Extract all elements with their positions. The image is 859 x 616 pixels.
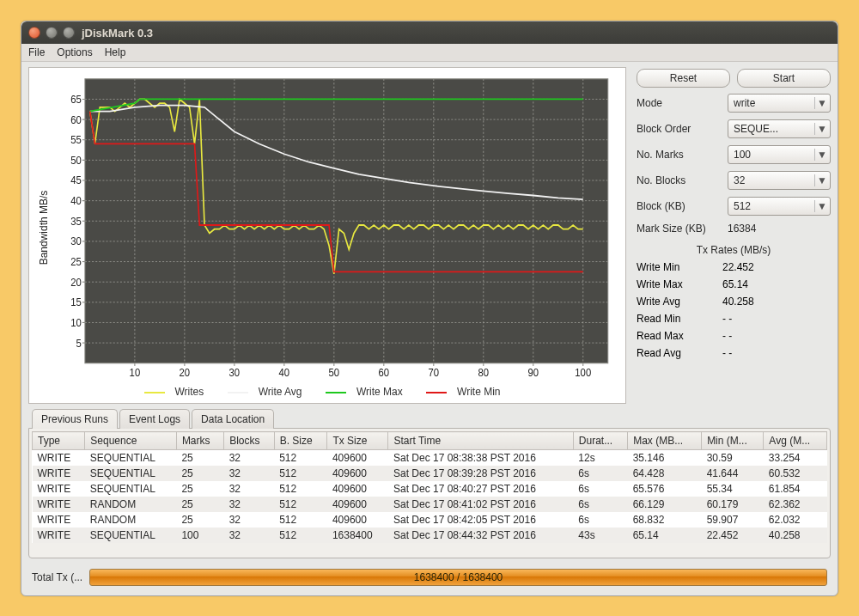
blockkb-select[interactable]: 512▼ [728, 197, 831, 216]
table-row[interactable]: WRITERANDOM2532512409600Sat Dec 17 08:42… [33, 512, 827, 528]
table-cell: 60.532 [764, 466, 827, 481]
svg-text:55: 55 [70, 134, 82, 145]
table-cell: 65.14 [628, 528, 702, 543]
tab-data-location[interactable]: Data Location [192, 409, 274, 429]
table-header[interactable]: B. Size [274, 432, 327, 450]
table-row[interactable]: WRITESEQUENTIAL2532512409600Sat Dec 17 0… [33, 450, 827, 467]
table-cell: SEQUENTIAL [85, 466, 177, 481]
reset-button[interactable]: Reset [637, 69, 730, 88]
table-cell: 32 [224, 528, 275, 543]
chevron-down-icon: ▼ [814, 200, 826, 212]
table-cell: 32 [224, 466, 275, 481]
table-cell: 6s [573, 512, 627, 528]
footer: Total Tx (... 1638400 / 1638400 [28, 564, 831, 588]
chevron-down-icon: ▼ [814, 174, 826, 186]
mode-select[interactable]: write▼ [728, 94, 831, 113]
start-button[interactable]: Start [737, 69, 831, 88]
table-header[interactable]: Blocks [224, 432, 275, 450]
table-cell: 6s [573, 497, 627, 512]
table-cell: 32 [224, 450, 275, 467]
rmin-value: - - [722, 313, 732, 325]
table-cell: RANDOM [85, 512, 177, 528]
table-cell: 43s [573, 528, 627, 543]
table-row[interactable]: WRITESEQUENTIAL2532512409600Sat Dec 17 0… [33, 481, 827, 497]
svg-text:10: 10 [70, 316, 82, 327]
maximize-icon[interactable] [63, 27, 75, 39]
legend-writes: Writes [175, 386, 204, 398]
table-cell: Sat Dec 17 08:42:05 PST 2016 [388, 512, 573, 528]
table-header[interactable]: Sequence [85, 432, 177, 450]
menu-help[interactable]: Help [105, 46, 126, 58]
table-cell: 61.854 [764, 481, 827, 497]
table-header[interactable]: Marks [176, 432, 223, 450]
marksize-label: Mark Size (KB) [637, 223, 722, 235]
tab-previous-runs[interactable]: Previous Runs [32, 409, 118, 429]
stats-header: Tx Rates (MB/s) [637, 241, 831, 256]
table-cell: 59.907 [702, 512, 764, 528]
top-area: Bandwidth MB/s 5101520253035404550556065… [28, 67, 831, 404]
table-header[interactable]: Durat... [573, 432, 627, 450]
menu-file[interactable]: File [28, 46, 45, 58]
table-row[interactable]: WRITERANDOM2532512409600Sat Dec 17 08:41… [33, 497, 827, 512]
svg-text:50: 50 [329, 367, 340, 378]
table-cell: 512 [274, 528, 327, 543]
blocks-select[interactable]: 32▼ [728, 171, 831, 190]
close-icon[interactable] [28, 27, 40, 39]
table-row[interactable]: WRITESEQUENTIAL2532512409600Sat Dec 17 0… [33, 466, 827, 481]
window-title: jDiskMark 0.3 [82, 27, 153, 40]
wmin-value: 22.452 [722, 261, 754, 273]
app-window: jDiskMark 0.3 File Options Help Bandwidt… [21, 21, 838, 596]
table-cell: WRITE [33, 450, 85, 467]
table-cell: 40.258 [764, 528, 827, 543]
table-cell: 62.032 [764, 512, 827, 528]
marks-select[interactable]: 100▼ [728, 145, 831, 164]
order-select[interactable]: SEQUE...▼ [728, 119, 831, 138]
table-cell: 409600 [327, 450, 388, 467]
svg-text:40: 40 [70, 195, 82, 206]
table-cell: 32 [224, 512, 275, 528]
table-cell: 512 [274, 512, 327, 528]
table-header[interactable]: Tx Size [327, 432, 388, 450]
wmax-label: Write Max [637, 278, 722, 290]
table-cell: 33.254 [764, 450, 827, 467]
svg-text:40: 40 [279, 367, 290, 378]
ravg-value: - - [722, 347, 732, 359]
table-cell: 25 [176, 466, 223, 481]
svg-text:35: 35 [70, 215, 82, 226]
tabbar: Previous Runs Event Logs Data Location [28, 409, 831, 429]
table-cell: 409600 [327, 481, 388, 497]
table-cell: 41.644 [702, 466, 764, 481]
table-header[interactable]: Min (M... [702, 432, 764, 450]
tab-event-logs[interactable]: Event Logs [119, 409, 190, 429]
table-header-row: TypeSequenceMarksBlocksB. SizeTx SizeSta… [33, 432, 827, 450]
svg-text:90: 90 [527, 367, 539, 378]
chevron-down-icon: ▼ [814, 149, 826, 161]
table-header[interactable]: Max (MB... [628, 432, 702, 450]
minimize-icon[interactable] [46, 27, 58, 39]
svg-text:50: 50 [70, 154, 82, 165]
marks-label: No. Marks [637, 149, 722, 161]
svg-text:60: 60 [70, 113, 82, 125]
titlebar: jDiskMark 0.3 [21, 21, 838, 44]
chart-plot: 5101520253035404550556065102030405060708… [53, 71, 617, 384]
y-axis-label: Bandwidth MB/s [38, 191, 50, 265]
blockkb-label: Block (KB) [637, 200, 722, 212]
table-cell: 6s [573, 481, 627, 497]
table-cell: Sat Dec 17 08:44:32 PST 2016 [388, 528, 573, 543]
table-row[interactable]: WRITESEQUENTIAL100325121638400Sat Dec 17… [33, 528, 827, 543]
menu-options[interactable]: Options [57, 46, 92, 58]
table-header[interactable]: Type [33, 432, 85, 450]
wavg-value: 40.258 [722, 296, 754, 308]
table-cell: WRITE [33, 466, 85, 481]
window-controls [28, 27, 75, 39]
table-cell: 25 [176, 512, 223, 528]
svg-text:10: 10 [130, 367, 141, 378]
ravg-label: Read Avg [637, 347, 722, 359]
table-header[interactable]: Avg (M... [764, 432, 827, 450]
table-header[interactable]: Start Time [388, 432, 573, 450]
blocks-label: No. Blocks [637, 174, 722, 186]
svg-text:65: 65 [70, 93, 82, 104]
table-cell: 65.576 [628, 481, 702, 497]
table-cell: 409600 [327, 497, 388, 512]
table-cell: 32 [224, 481, 275, 497]
